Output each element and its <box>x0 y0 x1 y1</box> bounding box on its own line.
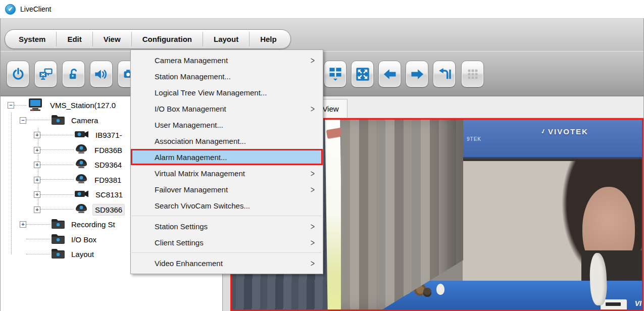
menu-layout[interactable]: Layout <box>203 30 249 48</box>
window-light-strip <box>325 118 342 311</box>
menu-item-failover-management[interactable]: Failover Management> <box>131 181 323 197</box>
camera-dome-icon <box>74 173 89 187</box>
camera-dome-icon <box>74 202 89 217</box>
submenu-arrow-icon: > <box>311 55 315 66</box>
menu-configuration[interactable]: Configuration <box>132 30 203 48</box>
menu-item-label: Search VivoCam Switches... <box>155 201 250 210</box>
menu-item-virtual-matrix-management[interactable]: Virtual Matrix Management> <box>131 165 323 181</box>
menu-item-video-enhancement[interactable]: Video Enhancement> <box>131 255 323 271</box>
tree-connector <box>26 239 51 240</box>
disconnect-station-button[interactable] <box>34 61 57 87</box>
menu-item-label: Camera Management <box>155 56 228 65</box>
disconnect-station-icon <box>38 67 54 81</box>
tree-label: Recording St <box>69 219 117 230</box>
menu-item-station-settings[interactable]: Station Settings> <box>131 218 323 234</box>
menu-item-label: Client Settings <box>155 238 204 247</box>
submenu-arrow-icon: > <box>311 103 315 114</box>
expand-plus-box[interactable]: + <box>34 206 40 213</box>
title-bar: ✔ LiveClient <box>0 0 644 18</box>
toy-owl <box>423 288 431 297</box>
menu-item-label: Station Settings <box>155 222 208 231</box>
tree-label: SD9366 <box>92 204 125 216</box>
camera-box-icon <box>74 129 90 141</box>
menu-item-label: Failover Management <box>155 185 228 194</box>
app-logo-icon: ✔ <box>5 4 16 15</box>
unlock-button[interactable] <box>62 61 85 87</box>
expand-plus-box[interactable]: + <box>34 177 40 183</box>
window-title: LiveClient <box>20 5 51 13</box>
menu-item-alarm-management[interactable]: Alarm Management... <box>131 149 323 165</box>
expand-plus-box[interactable]: + <box>20 221 26 228</box>
next-arrow-button[interactable] <box>406 61 428 87</box>
tree-connector <box>26 120 51 121</box>
menu-item-camera-management[interactable]: Camera Management> <box>131 52 323 68</box>
submenu-arrow-icon: > <box>311 257 315 269</box>
tree-label: IB9371- <box>93 130 124 140</box>
tree-connector <box>40 179 74 180</box>
next-arrow-icon <box>410 67 425 81</box>
shelf-brand-text: VI <box>635 299 641 307</box>
menu-edit[interactable]: Edit <box>57 30 92 48</box>
expand-plus-box[interactable]: + <box>34 147 40 153</box>
menu-view[interactable]: View <box>93 30 131 48</box>
submenu-arrow-icon: > <box>311 237 315 248</box>
tree-connector <box>40 194 74 195</box>
camera-dome-icon <box>74 158 89 172</box>
expand-plus-box[interactable]: + <box>34 162 40 168</box>
submenu-arrow-icon: > <box>311 221 315 232</box>
collapse-minus-box[interactable]: − <box>20 117 26 124</box>
prev-arrow-button[interactable] <box>378 61 401 87</box>
expand-plus-box[interactable]: + <box>34 132 40 138</box>
layout-grid-icon <box>328 67 343 82</box>
matrix-grid-icon <box>466 67 480 81</box>
power-button[interactable] <box>7 61 29 87</box>
toy-figure <box>436 284 444 295</box>
menu-system[interactable]: System <box>8 30 56 48</box>
menu-item-client-settings[interactable]: Client Settings> <box>131 234 323 250</box>
menu-item-station-management[interactable]: Station Management... <box>131 68 323 84</box>
collapse-minus-box[interactable]: − <box>8 102 14 109</box>
menu-bar: SystemEditViewConfigurationLayoutHelp <box>5 29 291 49</box>
tree-label: Layout <box>69 249 96 260</box>
video-blue-banner: 9TEK ✓VIVOTEK <box>463 120 642 159</box>
tree-label: Camera <box>69 115 100 126</box>
unlock-icon <box>67 67 80 81</box>
tree-connector <box>26 254 51 255</box>
fullscreen-button[interactable] <box>351 61 374 87</box>
menu-item-label: Station Management... <box>155 72 231 81</box>
folder-icon <box>51 114 66 127</box>
tree-label: I/O Box <box>69 234 98 245</box>
tree-connector <box>26 224 51 225</box>
menu-item-association-management[interactable]: Association Management... <box>131 133 323 149</box>
menu-item-label: Video Enhancement <box>155 259 223 268</box>
menu-item-i-o-box-management[interactable]: I/O Box Management> <box>131 100 323 117</box>
menu-item-label: Logical Tree View Management... <box>155 88 267 97</box>
menu-help[interactable]: Help <box>250 30 287 48</box>
vivotek-logo: ✓VIVOTEK <box>541 127 588 136</box>
folder-icon <box>51 218 66 231</box>
matrix-grid-button[interactable] <box>461 61 484 87</box>
submenu-arrow-icon: > <box>311 168 315 179</box>
layout-grid-button[interactable] <box>324 61 346 87</box>
tree-label: SD9364 <box>92 160 124 170</box>
menu-item-label: Virtual Matrix Management <box>155 169 245 178</box>
menu-separator <box>132 252 322 253</box>
video-photo-screen <box>463 159 642 281</box>
return-button[interactable] <box>433 61 456 87</box>
tree-connector <box>40 165 74 166</box>
volume-button[interactable] <box>90 61 113 87</box>
power-icon <box>11 67 25 81</box>
tree-connector <box>40 209 74 210</box>
volume-icon <box>94 67 109 81</box>
tree-label: VMS_Station(127.0 <box>48 100 118 111</box>
liveclient-window: ✔ LiveClient SystemEditViewConfiguration… <box>0 0 644 311</box>
folder-icon <box>51 247 66 261</box>
menu-item-search-vivocam-switches[interactable]: Search VivoCam Switches... <box>131 197 323 214</box>
menu-item-label: Association Management... <box>155 137 246 145</box>
vivotek-bird-icon: ✓ <box>540 127 548 136</box>
return-icon <box>437 67 452 81</box>
menu-separator <box>132 216 322 216</box>
menu-item-user-management[interactable]: User Management... <box>131 117 323 133</box>
expand-plus-box[interactable]: + <box>34 191 40 198</box>
menu-item-logical-tree-view-management[interactable]: Logical Tree View Management... <box>131 84 323 100</box>
